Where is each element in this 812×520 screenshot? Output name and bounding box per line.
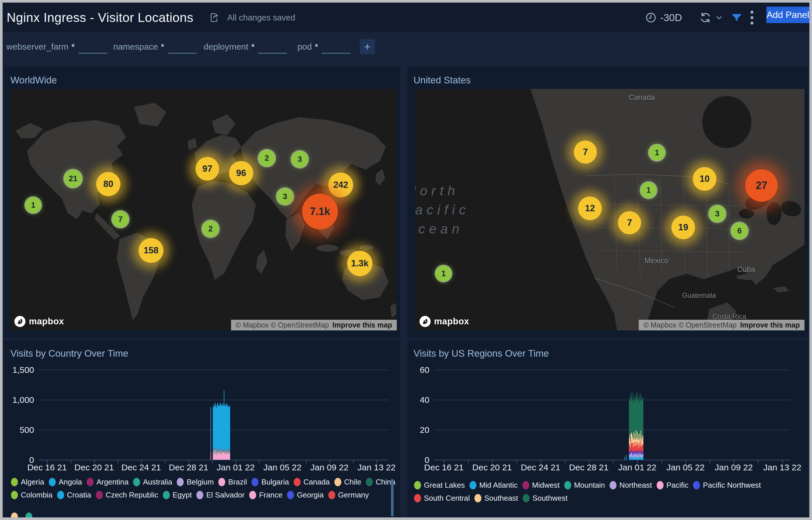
map-bubble-158[interactable]: 158: [139, 238, 164, 263]
mapbox-logo[interactable]: mapbox: [14, 315, 64, 328]
legend-item-midwest[interactable]: Midwest: [522, 481, 560, 490]
more-menu-button[interactable]: [750, 3, 754, 32]
map-label-north: North: [415, 183, 459, 199]
x-axis-tick: [782, 460, 783, 463]
legend-item-pacific-northwest[interactable]: Pacific Northwest: [693, 481, 761, 490]
world-map[interactable]: 21801715897962324237.1k21.3k mapbox © Ma…: [10, 89, 397, 331]
legend-item-colombia[interactable]: Colombia: [11, 491, 53, 499]
map-bubble-1[interactable]: 1: [649, 145, 665, 161]
add-variable-button[interactable]: +: [360, 39, 375, 54]
legend-item-southeast[interactable]: Southeast: [474, 494, 518, 503]
map-attribution: © Mapbox © OpenStreetMap Improve this ma…: [231, 320, 397, 331]
legend-item-croatia[interactable]: Croatia: [57, 491, 91, 499]
gridline-0: [39, 460, 388, 460]
legend-label: Georgia: [297, 491, 324, 499]
y-axis-label: 20: [407, 425, 429, 435]
legend-dot: [523, 494, 530, 502]
map-bubble-7[interactable]: 7: [618, 211, 641, 234]
y-axis-label: 40: [407, 395, 429, 405]
legend-item-germany[interactable]: Germany: [328, 491, 369, 499]
legend-item-great-lakes[interactable]: Great Lakes: [414, 481, 465, 490]
map-bubble-7.1k[interactable]: 7.1k: [302, 193, 338, 229]
filter-input[interactable]: [258, 41, 287, 54]
legend-item-bulgaria[interactable]: Bulgaria: [251, 477, 289, 487]
map-bubble-3[interactable]: 3: [277, 188, 293, 205]
legend-item-pacific[interactable]: Pacific: [657, 481, 689, 490]
filter-input[interactable]: [78, 41, 107, 54]
map-bubble-97[interactable]: 97: [196, 157, 219, 181]
filter-input[interactable]: [168, 41, 197, 54]
legend-item-mid-atlantic[interactable]: Mid Atlantic: [470, 481, 518, 490]
legend-item-algeria[interactable]: Algeria: [11, 477, 44, 487]
map-bubble-7[interactable]: 7: [112, 211, 129, 228]
legend-item-south-central[interactable]: South Central: [414, 494, 470, 503]
map-bubble-1[interactable]: 1: [640, 182, 657, 198]
improve-map-link[interactable]: Improve this map: [333, 321, 392, 329]
map-bubble-7[interactable]: 7: [574, 140, 597, 164]
us-map[interactable]: 711027112371961CanadaNorthPacificOceanMe…: [415, 89, 805, 331]
legend-dot: [249, 491, 256, 499]
legend-item-northeast[interactable]: Northeast: [610, 481, 652, 490]
x-axis-label: Jan 01 22: [611, 463, 663, 472]
x-axis-label: Jan 05 22: [256, 463, 309, 472]
share-icon[interactable]: [208, 11, 221, 24]
legend-item-czech-republic[interactable]: Czech Republic: [96, 491, 158, 499]
mapbox-logo-text: mapbox: [29, 316, 64, 327]
legend-item-chile[interactable]: Chile: [335, 477, 361, 487]
legend-label: Great Lakes: [424, 481, 465, 490]
x-axis-tick: [282, 460, 283, 463]
legend-item-egypt[interactable]: Egypt: [163, 491, 192, 499]
legend-label: Midwest: [532, 481, 560, 490]
map-bubble-27[interactable]: 27: [745, 170, 778, 202]
legend-label: Pacific: [666, 481, 689, 490]
map-bubble-2[interactable]: 2: [259, 150, 275, 166]
legend-scrollbar[interactable]: [391, 479, 394, 517]
legend-item-argentina[interactable]: Argentina: [87, 477, 128, 487]
legend-dot: [564, 481, 571, 489]
legend-dot: [11, 478, 18, 486]
map-bubble-242[interactable]: 242: [328, 173, 353, 198]
map-attribution: © Mapbox © OpenStreetMap Improve this ma…: [639, 320, 805, 331]
map-bubble-12[interactable]: 12: [578, 197, 602, 220]
mapbox-logo[interactable]: mapbox: [419, 315, 469, 328]
dashboard-app: Nginx Ingress - Visitor Locations All ch…: [3, 3, 809, 517]
filter-input[interactable]: [322, 41, 350, 54]
x-axis-tick: [734, 460, 734, 463]
legend-item-clipped[interactable]: [11, 513, 21, 517]
map-bubble-80[interactable]: 80: [96, 172, 120, 196]
legend-item-angola[interactable]: Angola: [49, 477, 82, 487]
improve-map-link[interactable]: Improve this map: [740, 321, 800, 329]
time-range-control[interactable]: -30D: [645, 3, 682, 32]
map-bubble-1[interactable]: 1: [25, 197, 41, 213]
map-bubble-19[interactable]: 19: [671, 215, 695, 239]
map-bubble-10[interactable]: 10: [693, 167, 716, 191]
legend-item-el-salvador[interactable]: El Salvador: [196, 491, 245, 499]
map-bubble-2[interactable]: 2: [202, 220, 219, 237]
legend-dot: [218, 478, 225, 486]
map-bubble-1.3k[interactable]: 1.3k: [347, 251, 372, 276]
map-bubble-21[interactable]: 21: [64, 170, 82, 187]
map-bubble-6[interactable]: 6: [731, 223, 748, 239]
refresh-button[interactable]: [699, 3, 723, 32]
legend-label: Angola: [58, 477, 82, 487]
gridline-1,000: [39, 400, 388, 400]
legend-item-georgia[interactable]: Georgia: [287, 491, 324, 499]
legend-item-australia[interactable]: Australia: [133, 477, 172, 487]
x-axis-label: Dec 24 21: [515, 463, 567, 472]
add-panel-button[interactable]: Add Panel: [766, 7, 809, 23]
legend-dot: [57, 491, 64, 499]
legend-item-clipped[interactable]: [25, 513, 35, 517]
legend-item-france[interactable]: France: [249, 491, 282, 499]
map-bubble-1[interactable]: 1: [436, 265, 452, 282]
map-bubble-3[interactable]: 3: [291, 151, 308, 168]
legend-dot: [522, 481, 529, 489]
legend-label: Southwest: [533, 494, 567, 503]
legend-item-brazil[interactable]: Brazil: [218, 477, 247, 487]
map-bubble-96[interactable]: 96: [229, 161, 253, 185]
map-bubble-3[interactable]: 3: [709, 205, 725, 222]
legend-item-belgium[interactable]: Belgium: [177, 477, 214, 487]
legend-item-canada[interactable]: Canada: [294, 477, 330, 487]
legend-item-mountain[interactable]: Mountain: [564, 481, 605, 490]
filter-button[interactable]: [731, 3, 742, 32]
legend-item-southwest[interactable]: Southwest: [523, 494, 567, 503]
